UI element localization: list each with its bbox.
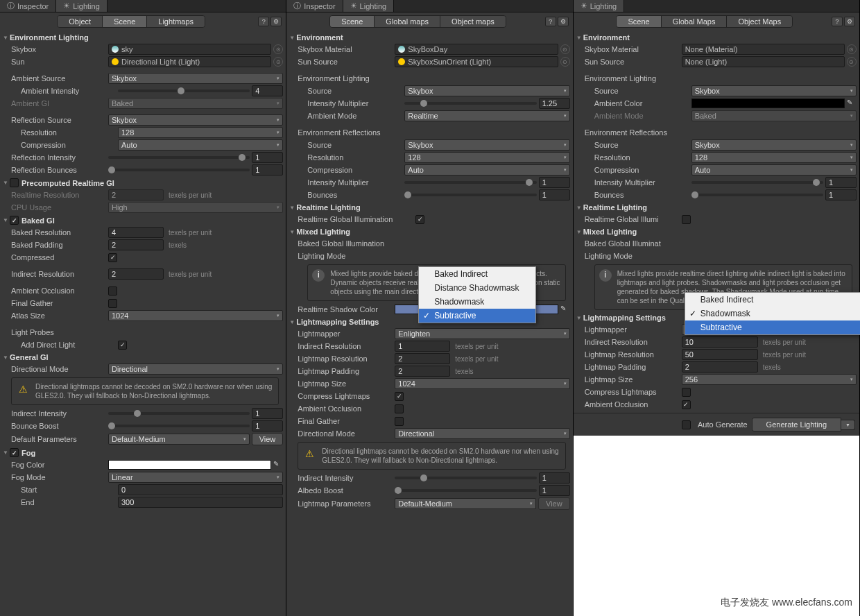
ir-field[interactable] [395, 341, 450, 352]
ambcolor-field[interactable] [691, 99, 845, 108]
lr-field[interactable] [395, 353, 450, 364]
object-picker-icon[interactable]: ⊙ [273, 44, 283, 54]
cl-checkbox[interactable] [395, 392, 404, 401]
res-dropdown[interactable]: 128▾ [118, 127, 283, 138]
content-scroll[interactable]: ▼Environment Skybox MaterialSkyBoxDay⊙ S… [286, 31, 572, 616]
bres-field[interactable] [108, 227, 164, 238]
rsrc-dropdown[interactable]: Skybox▾ [691, 139, 857, 151]
mode-object-maps[interactable]: Object maps [440, 16, 506, 27]
popup-baked-indirect[interactable]: Baked Indirect [419, 267, 535, 281]
fog-checkbox[interactable] [10, 448, 19, 457]
cl-checkbox[interactable] [682, 388, 691, 397]
mode-global-maps[interactable]: Global maps [375, 16, 440, 27]
amb-src-dropdown[interactable]: Skybox▾ [108, 73, 283, 84]
object-picker-icon[interactable]: ⊙ [847, 57, 857, 67]
refl-bnc-field[interactable] [252, 164, 283, 176]
help-icon[interactable]: ? [832, 17, 843, 26]
gear-icon[interactable]: ⚙ [558, 17, 569, 26]
eyedropper-icon[interactable]: ✎ [273, 460, 283, 470]
ao-checkbox[interactable] [108, 286, 117, 296]
tab-lighting[interactable]: ☀Lighting [574, 0, 625, 12]
eyedropper-icon[interactable]: ✎ [560, 305, 570, 314]
sunsrc-field[interactable]: SkyboxSunOrient (Light) [395, 56, 558, 67]
popup-distance-shadowmask[interactable]: Distance Shadowmask [419, 281, 535, 295]
bnc-field[interactable] [825, 189, 857, 200]
rintm-field[interactable] [539, 177, 570, 188]
gear-icon[interactable]: ⚙ [270, 17, 282, 26]
refl-src-dropdown[interactable]: Skybox▾ [108, 114, 283, 126]
intm-field[interactable] [539, 98, 570, 109]
eyedropper-icon[interactable]: ✎ [847, 99, 857, 108]
tab-lighting[interactable]: ☀Lighting [343, 0, 395, 12]
popup-shadowmask[interactable]: Shadowmask [685, 307, 860, 320]
src-dropdown[interactable]: Skybox▾ [404, 85, 569, 96]
object-picker-icon[interactable]: ⊙ [847, 44, 857, 54]
lightmapper-dropdown[interactable]: Enlighten▾ [395, 328, 569, 339]
view-button[interactable]: View [252, 433, 284, 445]
fogend-field[interactable] [118, 497, 283, 508]
indint-field[interactable] [252, 408, 283, 419]
ab-field[interactable] [539, 485, 570, 496]
ir-field[interactable] [682, 336, 758, 348]
help-icon[interactable]: ? [545, 17, 556, 26]
section-fog[interactable]: ▼Fog [0, 447, 286, 459]
bnc-field[interactable] [539, 189, 570, 200]
content-scroll[interactable]: ▼Environment Lighting Skyboxsky⊙ SunDire… [0, 31, 286, 616]
mode-scene[interactable]: Scene [617, 16, 661, 27]
tab-lighting[interactable]: ☀Lighting [56, 0, 108, 12]
compressed-checkbox[interactable] [108, 253, 117, 262]
refl-int-slider[interactable] [108, 156, 250, 159]
object-picker-icon[interactable]: ⊙ [560, 44, 570, 54]
dm2-dropdown[interactable]: Directional▾ [395, 428, 569, 439]
lpad-field[interactable] [682, 361, 758, 373]
mode-scene[interactable]: Scene [330, 16, 375, 27]
rintm-slider[interactable] [691, 181, 823, 184]
skymat-field[interactable]: None (Material) [682, 44, 845, 55]
atlas-dropdown[interactable]: 1024▾ [108, 310, 283, 321]
sun-field[interactable]: Directional Light (Light) [108, 56, 271, 67]
ambmode-dropdown[interactable]: Realtime▾ [404, 110, 569, 121]
bb-slider[interactable] [108, 425, 250, 427]
ab-slider[interactable] [395, 489, 536, 492]
bakedgi-checkbox[interactable] [10, 216, 19, 225]
dm-dropdown[interactable]: Directional▾ [108, 363, 283, 375]
bb-field[interactable] [252, 420, 283, 431]
rgi-checkbox[interactable] [415, 215, 424, 224]
section-realtime[interactable]: ▼Realtime Lighting [574, 202, 859, 213]
amb-int-field[interactable] [252, 85, 283, 96]
lpad-field[interactable] [395, 366, 450, 377]
rres-dropdown[interactable]: 128▾ [404, 152, 569, 163]
help-icon[interactable]: ? [258, 17, 269, 26]
refl-int-field[interactable] [252, 152, 283, 163]
gear-icon[interactable]: ⚙ [844, 17, 855, 26]
mode-object-maps[interactable]: Object Maps [727, 16, 792, 27]
rcomp-dropdown[interactable]: Auto▾ [691, 164, 857, 176]
ao2-checkbox[interactable] [395, 404, 404, 413]
mode-scene[interactable]: Scene [103, 16, 147, 27]
lsize-dropdown[interactable]: 1024▾ [395, 378, 569, 389]
fogstart-field[interactable] [118, 484, 283, 495]
rintm-field[interactable] [825, 177, 857, 188]
section-mixed[interactable]: ▼Mixed Lighting [574, 226, 859, 237]
rsrc-dropdown[interactable]: Skybox▾ [404, 139, 569, 151]
precomputed-checkbox[interactable] [10, 178, 19, 187]
popup-baked-indirect[interactable]: Baked Indirect [685, 293, 860, 307]
object-picker-icon[interactable]: ⊙ [273, 57, 283, 67]
section-mixed[interactable]: ▼Mixed Lighting [286, 226, 572, 237]
mode-global-maps[interactable]: Global Maps [662, 16, 728, 27]
popup-shadowmask[interactable]: Shadowmask [419, 295, 535, 309]
section-bakedgi[interactable]: ▼Baked GI [0, 214, 286, 226]
popup-subtractive[interactable]: Subtractive [419, 309, 535, 323]
dp-dropdown[interactable]: Default-Medium▾ [108, 434, 250, 445]
fg-checkbox[interactable] [108, 299, 117, 308]
ii-field[interactable] [539, 472, 570, 484]
amb-int-slider[interactable] [118, 89, 250, 92]
bnc-slider[interactable] [404, 194, 536, 196]
generate-dropdown-icon[interactable]: ▼ [841, 420, 855, 430]
bpad-field[interactable] [108, 239, 164, 250]
intm-slider[interactable] [404, 102, 536, 105]
indres-field[interactable] [108, 268, 164, 280]
skymat-field[interactable]: SkyBoxDay [395, 44, 558, 55]
section-env[interactable]: ▼Environment [286, 32, 572, 43]
section-generalgi[interactable]: ▼General GI [0, 352, 286, 363]
